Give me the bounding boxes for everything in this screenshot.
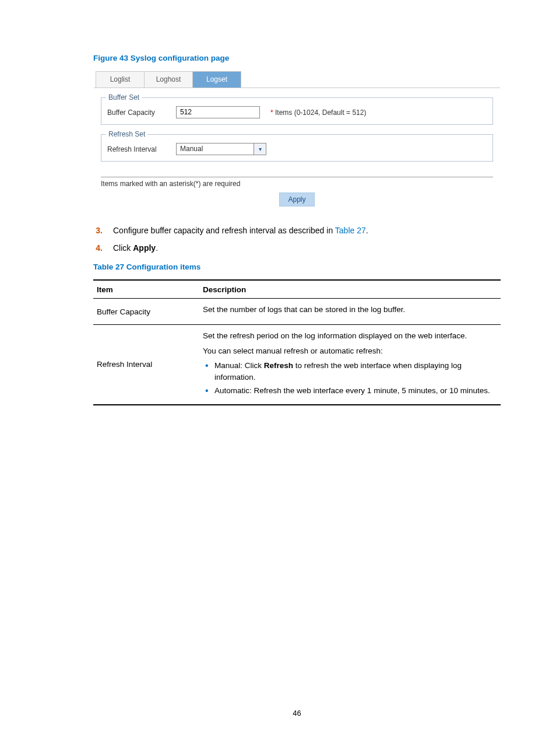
r2-b1-pre: Manual: Click: [214, 361, 264, 370]
list-item: Automatic: Refresh the web interface eve…: [214, 385, 497, 397]
chevron-down-icon[interactable]: ▾: [254, 143, 266, 155]
table-row: Refresh Interval Set the refresh period …: [93, 324, 501, 404]
buffer-capacity-note-text: Items (0-1024, Default = 512): [275, 108, 366, 117]
cell-description: Set the refresh period on the log inform…: [199, 324, 501, 404]
r2-p2: You can select manual refresh or automat…: [203, 345, 497, 357]
step-4-bold: Apply: [133, 243, 156, 253]
cell-description: Set the number of logs that can be store…: [199, 299, 501, 325]
r1-desc: Set the number of logs that can be store…: [203, 304, 497, 316]
list-item: Manual: Click Refresh to refresh the web…: [214, 360, 497, 383]
config-items-table: Item Description Buffer Capacity Set the…: [93, 279, 501, 405]
step-4-post: .: [156, 243, 158, 253]
header-description: Description: [199, 280, 501, 299]
r2-b1-bold: Refresh: [264, 361, 293, 370]
screenshot-panel: Loglist Loghost Logset Buffer Set Buffer…: [93, 71, 501, 209]
refresh-set-group: Refresh Set Refresh Interval Manual ▾: [101, 134, 493, 162]
r2-p1: Set the refresh period on the log inform…: [203, 330, 497, 342]
cell-item: Buffer Capacity: [93, 299, 199, 325]
step-3-post: .: [366, 226, 368, 235]
step-3: 3. Configure buffer capacity and refresh…: [93, 225, 501, 237]
page-number: 46: [93, 709, 501, 718]
refresh-interval-value: Manual: [176, 143, 254, 155]
refresh-interval-label: Refresh Interval: [107, 145, 166, 153]
header-item: Item: [93, 280, 199, 299]
table-row: Buffer Capacity Set the number of logs t…: [93, 299, 501, 325]
refresh-interval-select[interactable]: Manual ▾: [176, 143, 266, 155]
step-4-text: Click Apply.: [113, 242, 158, 255]
tab-bar: Loglist Loghost Logset: [94, 71, 500, 88]
step-4-number: 4.: [93, 242, 103, 255]
tab-logset[interactable]: Logset: [192, 71, 241, 88]
figure-caption: Figure 43 Syslog configuration page: [93, 54, 501, 62]
refresh-set-legend: Refresh Set: [106, 130, 147, 138]
tab-loglist[interactable]: Loglist: [96, 71, 145, 88]
buffer-set-legend: Buffer Set: [106, 93, 142, 102]
step-3-pre: Configure buffer capacity and refresh in…: [113, 226, 335, 235]
step-4-pre: Click: [113, 243, 133, 253]
step-3-text: Configure buffer capacity and refresh in…: [113, 225, 368, 237]
table-caption: Table 27 Configuration items: [93, 262, 501, 271]
buffer-capacity-note: * Items (0-1024, Default = 512): [270, 108, 366, 117]
divider: [101, 177, 493, 177]
apply-button[interactable]: Apply: [279, 192, 314, 206]
instruction-steps: 3. Configure buffer capacity and refresh…: [93, 225, 501, 254]
cell-item: Refresh Interval: [93, 324, 199, 404]
step-4: 4. Click Apply.: [93, 242, 501, 255]
step-3-number: 3.: [93, 225, 103, 237]
buffer-capacity-input[interactable]: 512: [176, 106, 260, 118]
tab-loghost[interactable]: Loghost: [144, 71, 193, 88]
buffer-set-group: Buffer Set Buffer Capacity 512 * Items (…: [101, 97, 493, 125]
table-27-link[interactable]: Table 27: [335, 226, 366, 235]
buffer-capacity-label: Buffer Capacity: [107, 108, 166, 117]
required-fields-note: Items marked with an asterisk(*) are req…: [101, 180, 493, 188]
